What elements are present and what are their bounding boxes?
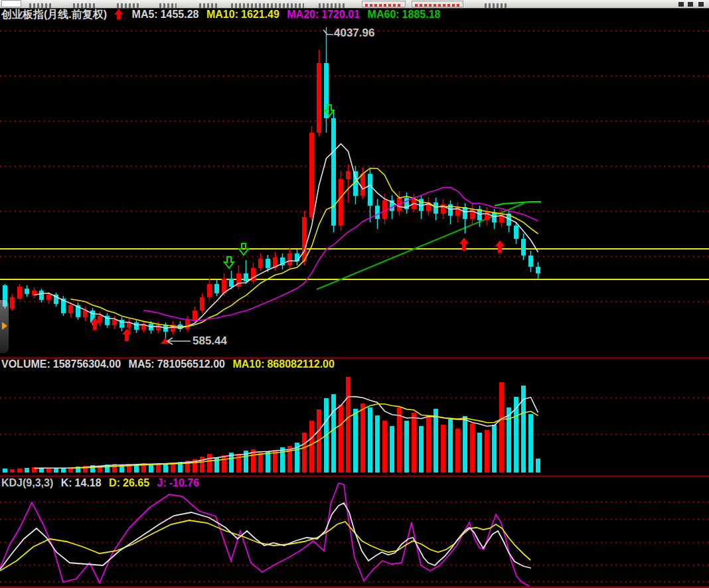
buy-signal-arrow-icon xyxy=(495,240,505,253)
price-ma-layer xyxy=(35,144,538,329)
price-pane-header: 创业板指(月线.前复权) MA5:1455.28 MA10:1621.49 MA… xyxy=(1,8,445,22)
markers-layer xyxy=(90,105,505,344)
kdj-layer xyxy=(0,483,531,586)
ma5-value: 1455.28 xyxy=(161,9,199,20)
trend-up-icon xyxy=(114,9,124,19)
high-price-annotation: 4037.96 xyxy=(334,27,374,40)
ma20-value: 1720.01 xyxy=(321,9,360,20)
kdj-title: KDJ(9,3,3) xyxy=(1,477,53,488)
volume-ma5-label: MA5: xyxy=(129,358,155,370)
kdj-k-label: K: xyxy=(61,477,72,488)
level-lines-layer xyxy=(0,249,709,279)
annotation-layer xyxy=(167,30,333,344)
volume-pane-header: VOLUME:158756304.00 MA5:781056512.00 MA1… xyxy=(1,358,339,370)
kdj-d-value: 26.65 xyxy=(123,477,149,488)
symbol-title: 创业板指(月线.前复权) xyxy=(1,9,107,20)
ma60-value: 1885.18 xyxy=(402,9,441,20)
volume-ma10-label: MA10: xyxy=(232,358,264,370)
ma60-label: MA60: xyxy=(368,9,400,20)
chart-canvas[interactable] xyxy=(0,0,709,588)
volume-ma5-value: 781056512.00 xyxy=(157,358,225,370)
sell-signal-arrow-icon xyxy=(224,257,234,268)
volume-layer xyxy=(3,377,540,473)
ma10-label: MA10: xyxy=(206,9,238,20)
ma5-label: MA5: xyxy=(132,9,158,20)
low-price-annotation: 585.44 xyxy=(193,334,227,348)
ma10-value: 1621.49 xyxy=(241,9,279,20)
candles-layer xyxy=(3,27,540,339)
buy-signal-arrow-icon xyxy=(122,329,131,341)
kdj-pane-header: KDJ(9,3,3) K:14.18 D:26.65 J:-10.76 xyxy=(1,477,204,489)
side-panel-handle[interactable] xyxy=(0,300,9,353)
app-window: 创业板指(月线.前复权) MA5:1455.28 MA10:1621.49 MA… xyxy=(0,0,709,588)
gridlines-layer xyxy=(0,31,709,582)
volume-value: 158756304.00 xyxy=(53,358,121,370)
volume-label: VOLUME: xyxy=(1,358,50,370)
volume-ma10-value: 868082112.00 xyxy=(267,358,334,370)
kdj-j-label: J: xyxy=(157,477,166,488)
expand-arrow-icon xyxy=(2,322,7,330)
kdj-d-label: D: xyxy=(109,477,120,488)
kdj-j-value: -10.76 xyxy=(169,477,199,488)
ma20-label: MA20: xyxy=(287,9,319,20)
kdj-k-value: 14.18 xyxy=(75,477,102,488)
